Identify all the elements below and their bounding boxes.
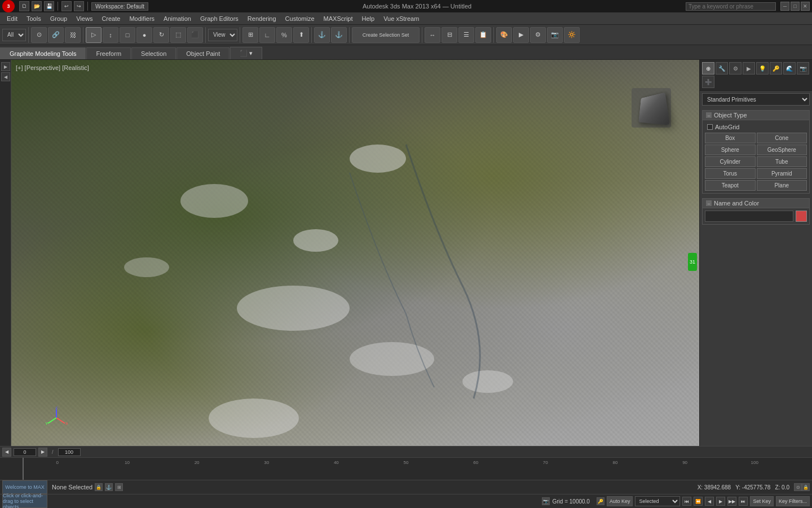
menu-customize[interactable]: Customize: [281, 14, 319, 23]
lasso-select-btn[interactable]: ●: [136, 27, 152, 43]
ls-btn-2[interactable]: ◀: [1, 72, 10, 81]
obj-btn-cylinder[interactable]: Cylinder: [705, 156, 756, 167]
viewport-nav-cube[interactable]: [632, 88, 671, 128]
material-btn[interactable]: 🎨: [496, 27, 512, 43]
viewport[interactable]: [+] [Perspective] [Realistic] X Y Z 31: [11, 60, 699, 446]
close-btn[interactable]: ✕: [801, 2, 810, 11]
scene-explorer-btn[interactable]: 📋: [475, 27, 491, 43]
menu-vue[interactable]: Vue xStream: [379, 14, 423, 23]
obj-btn-geosphere[interactable]: GeoSphere: [757, 144, 807, 155]
panel-icon-modify[interactable]: 🔧: [716, 62, 728, 75]
menu-group[interactable]: Group: [46, 14, 72, 23]
render-frame-btn[interactable]: 📷: [547, 27, 563, 43]
ribbon-tab-selection[interactable]: Selection: [131, 47, 176, 59]
select-btn[interactable]: ▷: [86, 27, 102, 43]
obj-btn-pyramid[interactable]: Pyramid: [757, 168, 807, 179]
menu-create[interactable]: Create: [97, 14, 125, 23]
rectangle-select-btn[interactable]: □: [120, 27, 135, 43]
quick-save[interactable]: 💾: [44, 1, 54, 11]
filter-dropdown[interactable]: All: [2, 29, 26, 41]
menu-edit[interactable]: Edit: [2, 14, 22, 23]
render-settings-btn[interactable]: ⚙: [530, 27, 546, 43]
quick-new[interactable]: 🗋: [19, 1, 29, 11]
menu-maxscript[interactable]: MAXScript: [319, 14, 358, 23]
angle-snap-btn[interactable]: ∟: [259, 27, 275, 43]
pb-next-frame[interactable]: ▶▶: [727, 497, 736, 506]
selected-dropdown[interactable]: Selected: [635, 496, 680, 506]
magnet-btn[interactable]: ⚓: [314, 27, 330, 43]
autogrid-checkbox[interactable]: [707, 124, 713, 130]
align-btn[interactable]: ⊟: [442, 27, 457, 43]
mirror-tool-btn[interactable]: ↔: [425, 27, 440, 43]
pb-prev-frame[interactable]: ◀: [705, 497, 714, 506]
render-btn[interactable]: ▶: [513, 27, 529, 43]
menu-views[interactable]: Views: [72, 14, 97, 23]
select-lasso-btn[interactable]: ⊙: [31, 27, 47, 43]
obj-btn-cone[interactable]: Cone: [757, 133, 807, 143]
panel-icon-display[interactable]: 💡: [756, 62, 769, 75]
search-input[interactable]: [686, 2, 776, 11]
create-selection-btn[interactable]: Create Selection Set: [352, 27, 420, 43]
panel-icon-utilities[interactable]: 🔑: [770, 62, 782, 75]
tl-frame-input[interactable]: [14, 448, 36, 456]
color-swatch[interactable]: [796, 211, 807, 222]
quick-open[interactable]: 📂: [32, 1, 42, 11]
name-color-header[interactable]: – Name and Color: [702, 198, 810, 208]
ribbon-tab-freeform[interactable]: Freeform: [86, 47, 131, 59]
workspace-dropdown[interactable]: Workspace: Default: [91, 2, 148, 11]
scale-btn[interactable]: ⬚: [170, 27, 186, 43]
obj-btn-torus[interactable]: Torus: [705, 168, 756, 179]
panel-icon-create[interactable]: ⊕: [702, 62, 714, 75]
panel-icon-extra1[interactable]: 🌊: [783, 62, 796, 75]
menu-graph-editors[interactable]: Graph Editors: [196, 14, 243, 23]
object-type-toggle[interactable]: –: [706, 112, 712, 118]
maximize-btn[interactable]: □: [791, 2, 800, 11]
primitives-dropdown[interactable]: Standard Primitives: [702, 93, 810, 106]
view-dropdown[interactable]: View: [208, 29, 237, 41]
panel-icon-extra3[interactable]: ➕: [702, 76, 714, 88]
timeline-track[interactable]: 0 10 20 30 40 50 60 70 80 90 100: [0, 458, 812, 480]
pb-play[interactable]: ▶: [716, 497, 725, 506]
minimize-btn[interactable]: ─: [780, 2, 789, 11]
name-color-toggle[interactable]: –: [706, 200, 712, 206]
obj-btn-box[interactable]: Box: [705, 133, 756, 143]
ribbon-tab-extra[interactable]: ⬛ ▾: [230, 47, 262, 59]
menu-tools[interactable]: Tools: [22, 14, 46, 23]
activeshade-btn[interactable]: 🔆: [564, 27, 580, 43]
ribbon-tab-object-paint[interactable]: Object Paint: [176, 47, 230, 59]
pb-start[interactable]: ⏮: [682, 497, 691, 506]
magnet2-btn[interactable]: ⚓: [331, 27, 347, 43]
ls-btn-1[interactable]: ▶: [1, 62, 10, 71]
pb-end[interactable]: ⏭: [739, 497, 748, 506]
panel-icon-hierarchy[interactable]: ⚙: [729, 62, 742, 75]
menu-help[interactable]: Help: [358, 14, 379, 23]
panel-icon-motion[interactable]: ▶: [743, 62, 755, 75]
object-type-header[interactable]: – Object Type: [702, 110, 810, 120]
layer-btn[interactable]: ☰: [458, 27, 474, 43]
obj-btn-teapot[interactable]: Teapot: [705, 180, 756, 191]
transform-btn[interactable]: ↕: [103, 27, 118, 43]
tl-prev-btn[interactable]: ◀: [2, 448, 11, 457]
snap-toggle-btn[interactable]: ⊞: [242, 27, 258, 43]
tl-total-input[interactable]: [58, 448, 81, 456]
menu-modifiers[interactable]: Modifiers: [125, 14, 159, 23]
obj-btn-plane[interactable]: Plane: [757, 180, 807, 191]
spinner-snap-btn[interactable]: ⬆: [293, 27, 309, 43]
rotate-btn[interactable]: ↻: [153, 27, 169, 43]
panel-icon-extra2[interactable]: 📷: [797, 62, 809, 75]
name-input[interactable]: [705, 211, 793, 222]
key-filters-btn[interactable]: Key Filters...: [776, 496, 810, 506]
menu-animation[interactable]: Animation: [159, 14, 196, 23]
auto-key-btn[interactable]: Auto Key: [607, 496, 633, 506]
ribbon-tab-graphite[interactable]: Graphite Modeling Tools: [0, 47, 86, 59]
unlink-btn[interactable]: ⛓: [65, 27, 81, 43]
quick-undo[interactable]: ↩: [61, 1, 72, 11]
percent-snap-btn[interactable]: %: [276, 27, 292, 43]
tl-next-btn[interactable]: ▶: [38, 448, 47, 457]
menu-rendering[interactable]: Rendering: [243, 14, 281, 23]
set-key-btn[interactable]: Set Key: [750, 496, 774, 506]
pb-prev-key[interactable]: ⏪: [694, 497, 703, 506]
nav-cube[interactable]: [632, 88, 671, 128]
obj-btn-sphere[interactable]: Sphere: [705, 144, 756, 155]
link-btn[interactable]: 🔗: [48, 27, 64, 43]
